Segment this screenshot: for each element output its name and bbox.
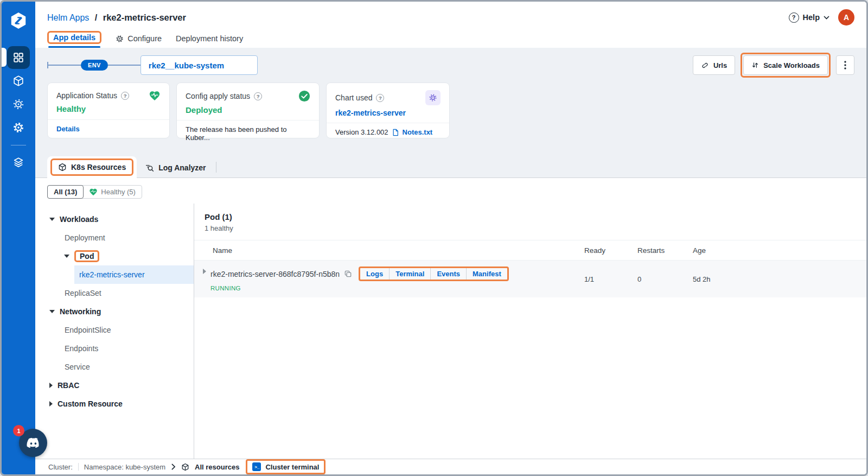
config-apply-status-card: Config apply status ? Deployed <box>176 82 320 138</box>
tree-label: Custom Resource <box>58 399 123 408</box>
scale-workloads-label: Scale Workloads <box>763 61 820 69</box>
pod-table-panel: Pod (1) 1 healthy Name Ready Restarts Ag… <box>194 204 866 459</box>
breadcrumb-separator: / <box>95 13 97 22</box>
tab-k8s-resources[interactable]: K8s Resources <box>47 156 137 178</box>
helm-wheel-icon <box>12 98 24 110</box>
tab-divider <box>216 162 216 173</box>
info-icon[interactable]: ? <box>254 92 262 100</box>
more-actions-button[interactable] <box>836 55 854 75</box>
filter-healthy[interactable]: Healthy (5) <box>83 186 142 198</box>
sidebar-item-chart-store[interactable] <box>7 93 30 116</box>
events-button[interactable]: Events <box>431 268 467 280</box>
kebab-menu-icon <box>844 61 846 69</box>
tree-group-custom-resource[interactable]: Custom Resource <box>35 395 194 413</box>
logs-button[interactable]: Logs <box>360 268 390 280</box>
k8s-resources-content: All (13) Healthy (5) <box>35 178 866 459</box>
env-badge: ENV <box>81 60 108 71</box>
terminal-button[interactable]: Terminal <box>390 268 431 280</box>
tree-group-rbac[interactable]: RBAC <box>35 376 194 395</box>
tree-label: RBAC <box>58 381 79 390</box>
help-menu[interactable]: ? Help <box>789 12 829 23</box>
scale-workloads-button[interactable]: Scale Workloads <box>743 55 828 75</box>
pod-panel-title: Pod (1) <box>194 212 866 221</box>
tab-deployment-history[interactable]: Deployment history <box>176 34 243 48</box>
sidebar-item-resources[interactable] <box>7 69 30 92</box>
manifest-button[interactable]: Manifest <box>467 268 507 280</box>
chart-name-link[interactable]: rke2-metrics-server <box>335 109 441 117</box>
log-search-icon <box>145 163 154 172</box>
tree-item-endpointslice[interactable]: EndpointSlice <box>35 321 194 339</box>
tab-configure-label: Configure <box>127 34 162 43</box>
env-line <box>108 65 141 66</box>
help-label: Help <box>803 13 820 22</box>
tree-item-service[interactable]: Service <box>35 358 194 376</box>
column-name: Name <box>203 246 584 255</box>
sidebar-item-stack-manager[interactable] <box>7 151 30 174</box>
table-header: Name Ready Restarts Age <box>194 240 866 261</box>
sidebar-nav <box>7 46 30 174</box>
info-icon[interactable]: ? <box>376 94 384 102</box>
chevron-right-icon <box>171 464 176 470</box>
config-status-message: The release has been pushed to Kuber... <box>186 125 310 142</box>
filter-all-label: All (13) <box>54 188 77 196</box>
tree-item-deployment[interactable]: Deployment <box>35 229 194 247</box>
copy-icon[interactable] <box>344 270 352 278</box>
page-title: rke2-metrics-server <box>103 12 186 22</box>
tree-group-workloads[interactable]: Workloads <box>35 210 194 229</box>
pod-ready-value: 1/1 <box>584 275 637 283</box>
caret-right-icon <box>49 383 53 388</box>
sidebar-item-applications[interactable] <box>7 46 30 69</box>
card-title: Application Status <box>56 91 117 100</box>
annotation-pod: Pod <box>74 250 99 262</box>
tree-item-endpoints[interactable]: Endpoints <box>35 339 194 358</box>
tab-log-analyzer-label: Log Analyzer <box>158 163 206 172</box>
details-link[interactable]: Details <box>56 125 80 133</box>
filter-all[interactable]: All (13) <box>47 185 84 199</box>
application-status-value: Healthy <box>56 104 161 113</box>
sidebar-collapse-handle[interactable] <box>2 48 7 67</box>
chevron-down-icon <box>824 16 829 20</box>
urls-button-label: Urls <box>713 61 727 69</box>
tab-k8s-resources-label: K8s Resources <box>71 163 126 172</box>
breadcrumb-helm-apps-link[interactable]: Helm Apps <box>47 13 89 22</box>
tree-item-pod[interactable]: Pod <box>35 247 194 265</box>
terminal-icon: >_ <box>252 462 261 471</box>
chart-version: Version 3.12.002 <box>335 128 388 136</box>
cube-icon <box>12 75 24 87</box>
filter-healthy-label: Healthy (5) <box>101 188 136 196</box>
devtron-logo-icon[interactable] <box>9 11 28 30</box>
tree-label: Pod <box>80 252 94 261</box>
tree-label: Endpoints <box>65 344 98 353</box>
app-window: 1 Helm Apps / rke2-metrics-server ? Help <box>0 0 868 476</box>
avatar[interactable]: A <box>838 9 854 26</box>
tree-group-networking[interactable]: Networking <box>35 302 194 321</box>
pod-panel-subtitle: 1 healthy <box>194 224 866 232</box>
tree-item-replicaset[interactable]: ReplicaSet <box>35 284 194 302</box>
status-cards: Application Status ? Healthy <box>47 82 854 138</box>
all-resources-link[interactable]: All resources <box>195 463 239 471</box>
urls-button[interactable]: Urls <box>693 55 735 75</box>
info-icon[interactable]: ? <box>121 92 129 100</box>
breadcrumb: Helm Apps / rke2-metrics-server <box>47 12 186 23</box>
resource-tabs: K8s Resources Log Analyzer <box>35 156 866 178</box>
tab-log-analyzer[interactable]: Log Analyzer <box>137 158 214 177</box>
env-line <box>48 65 81 66</box>
tab-deployment-history-label: Deployment history <box>176 34 243 43</box>
namespace-label: Namespace: kube-system <box>84 463 165 471</box>
tree-item-rke2-metrics-server[interactable]: rke2-metrics-server <box>74 265 194 284</box>
discord-chat-button[interactable]: 1 <box>19 429 47 457</box>
notes-txt-link[interactable]: Notes.txt <box>403 128 433 136</box>
sidebar-divider <box>11 145 26 145</box>
environment-selector[interactable]: rke2__kube-system <box>141 55 258 75</box>
expand-caret-icon[interactable] <box>203 269 206 274</box>
cluster-terminal-button[interactable]: Cluster terminal <box>265 463 319 471</box>
tree-label: rke2-metrics-server <box>79 270 145 279</box>
application-status-card: Application Status ? Healthy <box>47 82 170 138</box>
cluster-status-bar: Cluster: Namespace: kube-system All reso… <box>35 459 866 474</box>
table-row[interactable]: rke2-metrics-server-868fc8795f-n5b8n <box>194 261 866 297</box>
heart-pulse-icon <box>89 188 98 196</box>
sidebar-item-settings[interactable] <box>7 116 30 139</box>
tab-app-details[interactable]: App details <box>47 31 101 48</box>
tab-configure[interactable]: Configure <box>116 34 162 48</box>
page-tabs: App details Configure Deployment history <box>47 28 854 48</box>
